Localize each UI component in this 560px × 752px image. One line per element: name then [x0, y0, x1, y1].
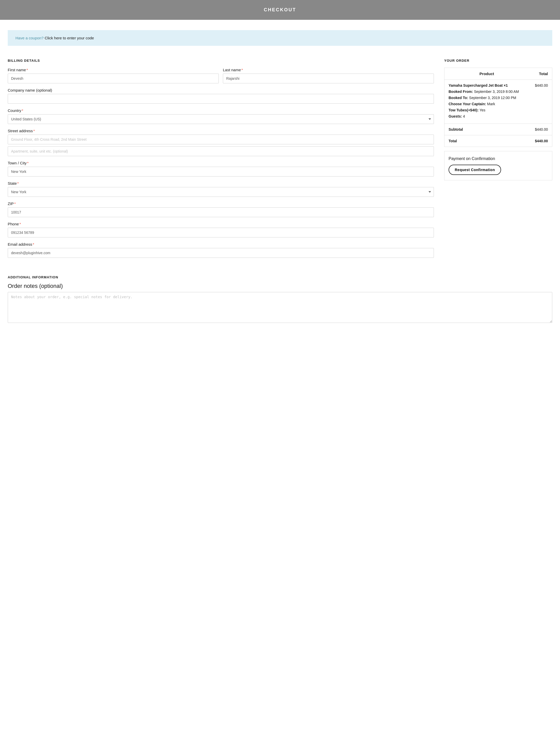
order-title: YOUR ORDER: [444, 59, 552, 62]
first-name-input[interactable]: [8, 74, 219, 83]
zip-required: *: [14, 201, 16, 206]
first-name-required: *: [26, 68, 28, 72]
tow-tubes: Tow Tubes(+$40): Yes: [448, 107, 525, 113]
main-content: BILLING DETAILS First name* Last name* C…: [0, 54, 560, 273]
town-city-input[interactable]: [8, 167, 434, 177]
booked-from: Booked From: September 3, 2019 8:00 AM: [448, 89, 525, 95]
total-row: Total $440.00: [444, 135, 552, 147]
last-name-label: Last name*: [223, 68, 434, 72]
phone-label: Phone*: [8, 222, 434, 226]
email-input[interactable]: [8, 248, 434, 258]
country-group: Country* United States (US) Canada Unite…: [8, 108, 434, 124]
guests: Guests: 4: [448, 114, 525, 119]
email-required: *: [33, 242, 34, 246]
order-notes-label: Order notes (optional): [8, 283, 552, 289]
coupon-link[interactable]: Have a coupon?: [16, 36, 43, 40]
product-details-cell: Yamaha Supercharged Jet Boat ×1 Booked F…: [444, 80, 529, 124]
payment-title: Payment on Confirmation: [448, 157, 548, 161]
company-name-label: Company name (optional): [8, 88, 434, 93]
additional-section: ADDITIONAL INFORMATION Order notes (opti…: [0, 273, 560, 334]
coupon-text: Click here to enter your code: [43, 36, 94, 40]
zip-input[interactable]: [8, 207, 434, 217]
subtotal-label: Subtotal: [444, 124, 529, 135]
payment-box: Payment on Confirmation Request Confirma…: [444, 151, 552, 180]
country-label: Country*: [8, 108, 434, 113]
page-header: CHECKOUT: [0, 0, 560, 20]
subtotal-value: $440.00: [529, 124, 552, 135]
state-group: State* New York California Texas Florida…: [8, 181, 434, 197]
street-required: *: [34, 129, 35, 133]
captain: Choose Your Captain: Mark: [448, 101, 525, 107]
email-label: Email address*: [8, 242, 434, 246]
street-address-input[interactable]: [8, 135, 434, 144]
product-price-cell: $440.00: [529, 80, 552, 124]
booked-to: Booked To: September 3, 2019 12:00 PM: [448, 95, 525, 101]
company-name-group: Company name (optional): [8, 88, 434, 104]
billing-title: BILLING DETAILS: [8, 59, 434, 62]
order-notes-input[interactable]: [8, 292, 552, 323]
last-name-group: Last name*: [223, 68, 434, 83]
total-col-header: Total: [529, 68, 552, 80]
order-section: YOUR ORDER Product Total Yamaha Supercha…: [444, 59, 552, 180]
product-row: Yamaha Supercharged Jet Boat ×1 Booked F…: [444, 80, 552, 124]
total-label: Total: [444, 135, 529, 147]
phone-group: Phone*: [8, 222, 434, 238]
subtotal-row: Subtotal $440.00: [444, 124, 552, 135]
first-name-group: First name*: [8, 68, 219, 83]
product-name: Yamaha Supercharged Jet Boat ×1: [448, 83, 525, 87]
total-value: $440.00: [529, 135, 552, 147]
last-name-input[interactable]: [223, 74, 434, 83]
order-table: Product Total Yamaha Supercharged Jet Bo…: [444, 68, 552, 147]
last-name-required: *: [241, 68, 243, 72]
additional-title: ADDITIONAL INFORMATION: [8, 275, 552, 279]
street-address-label: Street address*: [8, 129, 434, 133]
state-required: *: [17, 181, 19, 185]
page-title: CHECKOUT: [5, 7, 555, 13]
state-select[interactable]: New York California Texas Florida Illino…: [8, 187, 434, 197]
coupon-banner: Have a coupon? Click here to enter your …: [8, 30, 552, 46]
state-label: State*: [8, 181, 434, 185]
town-required: *: [27, 161, 28, 165]
first-name-label: First name*: [8, 68, 219, 72]
phone-required: *: [19, 222, 21, 226]
country-select[interactable]: United States (US) Canada United Kingdom…: [8, 114, 434, 124]
billing-section: BILLING DETAILS First name* Last name* C…: [8, 59, 434, 262]
town-city-label: Town / City*: [8, 161, 434, 165]
company-name-input[interactable]: [8, 94, 434, 104]
confirm-button[interactable]: Request Confirmation: [448, 165, 501, 175]
street-address-apt-input[interactable]: [8, 146, 434, 156]
product-col-header: Product: [444, 68, 529, 80]
street-address-group: Street address*: [8, 129, 434, 156]
town-city-group: Town / City*: [8, 161, 434, 177]
zip-group: ZIP*: [8, 201, 434, 217]
zip-label: ZIP*: [8, 201, 434, 206]
country-required: *: [22, 108, 23, 113]
email-group: Email address*: [8, 242, 434, 258]
name-row: First name* Last name*: [8, 68, 434, 88]
phone-input[interactable]: [8, 228, 434, 238]
